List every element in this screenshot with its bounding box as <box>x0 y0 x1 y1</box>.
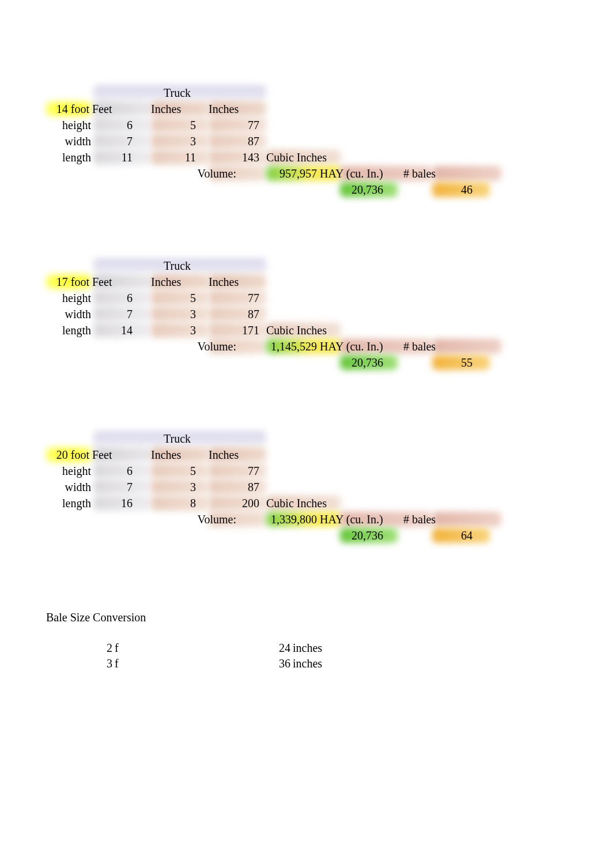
dim-label: height <box>46 292 91 305</box>
volume-value: 957,957 <box>259 167 317 180</box>
unit-label: Cubic Inches <box>266 324 367 337</box>
volume-value: 1,339,800 <box>259 513 317 526</box>
col-inches1: Inches <box>151 276 209 289</box>
dim-inches: 3 <box>161 308 196 321</box>
dim-inches: 3 <box>161 481 196 494</box>
dim-feet: 14 <box>92 324 133 337</box>
col-feet: Feet <box>92 448 150 462</box>
dim-inches: 3 <box>161 135 196 148</box>
bales-value: 64 <box>426 529 473 542</box>
bale-inches-unit: inches <box>290 657 339 670</box>
bales-label: # bales <box>403 340 473 353</box>
dim-feet: 6 <box>92 119 133 132</box>
unit-label: Cubic Inches <box>266 497 367 510</box>
dim-label: width <box>46 481 91 494</box>
dim-feet: 7 <box>92 135 133 148</box>
hay-label: HAY (cu. In.) <box>320 340 412 353</box>
bales-label: # bales <box>403 513 473 526</box>
truck-block: Truck20 footFeetInchesInchesheight6577wi… <box>46 432 612 542</box>
bale-inches: 36 <box>129 657 290 670</box>
col-inches1: Inches <box>151 103 209 116</box>
dim-inches: 5 <box>161 465 196 478</box>
volume-value: 1,145,529 <box>259 340 317 353</box>
hay-value: 20,736 <box>320 356 383 369</box>
bales-label: # bales <box>403 167 473 180</box>
truck-header: Truck <box>92 259 262 273</box>
dim-inches: 5 <box>161 119 196 132</box>
hay-value: 20,736 <box>320 183 383 197</box>
bale-title: Bale Size Conversion <box>46 611 612 624</box>
dim-feet: 7 <box>92 308 133 321</box>
hay-label: HAY (cu. In.) <box>320 167 412 180</box>
bale-feet: 3 <box>46 657 112 670</box>
dim-inches: 11 <box>161 151 196 164</box>
dim-total: 77 <box>219 119 259 132</box>
truck-size: 14 foot <box>46 103 89 116</box>
dim-total: 87 <box>219 135 259 148</box>
unit-label: Cubic Inches <box>266 151 367 164</box>
dim-feet: 7 <box>92 481 133 494</box>
dim-total: 77 <box>219 465 259 478</box>
bale-feet-unit: f <box>112 641 129 655</box>
col-feet: Feet <box>92 276 150 289</box>
dim-total: 87 <box>219 481 259 494</box>
dim-label: width <box>46 308 91 321</box>
truck-size: 17 foot <box>46 276 89 289</box>
dim-total: 87 <box>219 308 259 321</box>
dim-label: length <box>46 324 91 337</box>
dim-total: 77 <box>219 292 259 305</box>
truck-block: Truck14 footFeetInchesInchesheight6577wi… <box>46 86 612 196</box>
volume-label: Volume: <box>179 340 236 353</box>
truck-block: Truck17 footFeetInchesInchesheight6577wi… <box>46 259 612 369</box>
bale-feet-unit: f <box>112 657 129 670</box>
hay-value: 20,736 <box>320 529 383 542</box>
bale-inches-unit: inches <box>290 641 339 655</box>
bale-feet: 2 <box>46 641 112 655</box>
dim-feet: 6 <box>92 292 133 305</box>
truck-header: Truck <box>92 86 262 100</box>
volume-label: Volume: <box>179 513 236 526</box>
col-inches2: Inches <box>209 448 266 462</box>
bales-value: 55 <box>426 356 473 369</box>
col-inches2: Inches <box>209 103 266 116</box>
dim-inches: 8 <box>161 497 196 510</box>
hay-label: HAY (cu. In.) <box>320 513 412 526</box>
dim-label: length <box>46 151 91 164</box>
col-feet: Feet <box>92 103 150 116</box>
dim-label: height <box>46 119 91 132</box>
dim-total: 200 <box>219 497 259 510</box>
dim-total: 143 <box>219 151 259 164</box>
dim-feet: 6 <box>92 465 133 478</box>
bale-row: 2f24inches <box>46 641 612 655</box>
col-inches2: Inches <box>209 276 266 289</box>
dim-label: length <box>46 497 91 510</box>
bale-section: Bale Size Conversion2f24inches3f36inches <box>46 611 612 670</box>
dim-inches: 3 <box>161 324 196 337</box>
dim-inches: 5 <box>161 292 196 305</box>
truck-header: Truck <box>92 432 262 446</box>
dim-total: 171 <box>219 324 259 337</box>
bale-inches: 24 <box>129 641 290 655</box>
dim-label: width <box>46 135 91 148</box>
dim-label: height <box>46 465 91 478</box>
dim-feet: 16 <box>92 497 133 510</box>
bales-value: 46 <box>426 183 473 197</box>
volume-label: Volume: <box>179 167 236 180</box>
bale-row: 3f36inches <box>46 657 612 670</box>
dim-feet: 11 <box>92 151 133 164</box>
col-inches1: Inches <box>151 448 209 462</box>
truck-size: 20 foot <box>46 448 89 462</box>
